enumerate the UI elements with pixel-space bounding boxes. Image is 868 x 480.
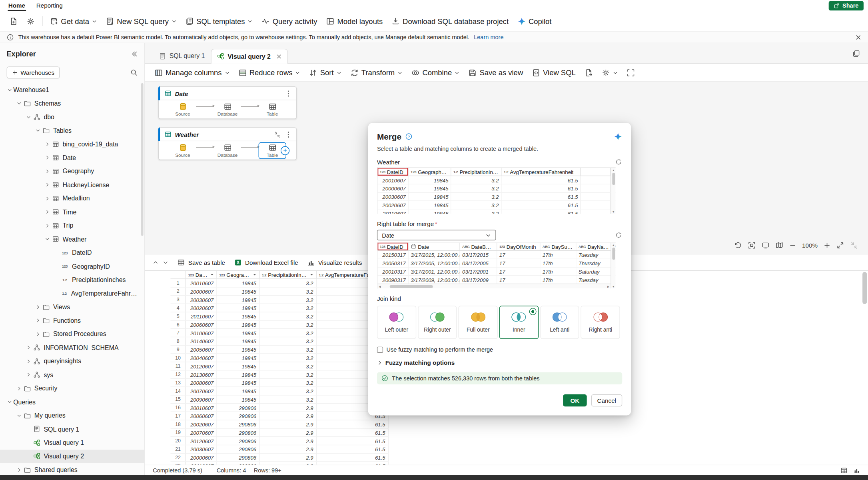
transform-button[interactable]: Transform [346,66,406,80]
help-icon[interactable]: ? [405,133,413,140]
column-header-dateid[interactable]: 123DateID [377,242,409,250]
tree-item-time[interactable]: Time [0,205,144,219]
node-menu-icon[interactable] [285,131,292,138]
column-header-dateid[interactable]: 123DateID [186,271,217,278]
chevron-right-icon[interactable] [43,167,51,175]
chevron-right-icon[interactable] [43,208,51,216]
tree-item-bing-covid-19-data[interactable]: bing_covid-19_data [0,137,144,151]
column-header-dayname[interactable]: ABCDayName [576,242,612,250]
column-header-geographyid[interactable]: 123GeographyID [217,271,260,278]
chevron-right-icon[interactable] [24,371,32,378]
tree-item-geographyid[interactable]: 123GeographyID [0,260,144,273]
join-kind-inner[interactable]: Inner [499,306,539,339]
tree-item-precipitationinches[interactable]: 1.2PrecipitationInches [0,273,144,287]
chevron-right-icon[interactable] [15,384,22,392]
chevron-right-icon[interactable] [43,140,51,148]
query-node-weather[interactable]: Weather Source Database [158,127,297,160]
settings-gear-button[interactable] [23,14,39,28]
chevron-right-icon[interactable] [43,154,51,162]
preview-vscrollbar[interactable]: ▲▼ [611,168,615,214]
tree-item-warehouse1[interactable]: Warehouse1 [0,83,144,97]
copilot-icon[interactable] [614,132,622,141]
fit-screen-icon[interactable] [762,242,769,249]
step-database[interactable]: Database [215,143,240,158]
tree-item-trip[interactable]: Trip [0,219,144,232]
banner-close-icon[interactable] [855,34,861,40]
node-menu-icon[interactable] [285,90,292,97]
close-tab-icon[interactable] [276,54,282,59]
tree-item-sys[interactable]: sys [0,368,144,382]
chevron-right-icon[interactable] [24,344,32,351]
explorer-scrollbar[interactable] [141,83,144,236]
column-menu-icon[interactable] [252,272,257,277]
model-layouts-button[interactable]: Model layouts [322,14,387,28]
tree-item-visual-query-2[interactable]: Visual query 2 [0,450,144,463]
sort-button[interactable]: Sort [305,66,345,80]
save-as-table-button[interactable]: Save as table [177,259,225,266]
zoom-in-icon[interactable] [824,242,830,249]
preview-vscrollbar[interactable]: ▲▼ [611,242,615,288]
fuzzy-options-expander[interactable]: Fuzzy matching options [377,360,622,366]
chart-view-icon[interactable] [853,466,860,474]
column-menu-icon[interactable] [210,272,214,277]
download-sql-database-project-button[interactable]: Download SQL database project [388,14,513,28]
chevron-down-icon[interactable] [15,100,22,107]
tree-item-geography[interactable]: Geography [0,164,144,178]
column-header-dayofmonth[interactable]: 123DayOfMonth [497,242,540,250]
step-source[interactable]: Source [170,102,196,116]
chevron-down-icon[interactable] [6,86,13,94]
column-header-date[interactable]: Date [409,242,460,250]
save-as-view-button[interactable]: Save as view [465,66,527,80]
results-scrollbar[interactable] [862,272,867,462]
cancel-button[interactable]: Cancel [591,394,622,406]
join-kind-full-outer[interactable]: Full outer [459,306,498,339]
preview-hscrollbar[interactable]: ◀▶ [377,284,611,288]
tree-item-information-schema[interactable]: INFORMATION_SCHEMA [0,341,144,354]
ok-button[interactable]: OK [563,394,587,406]
join-kind-left-outer[interactable]: Left outer [377,306,416,339]
step-table[interactable]: Table [259,102,285,116]
minimap-icon[interactable] [776,242,783,249]
chevron-down-icon[interactable] [24,113,32,121]
gear-button[interactable] [598,66,622,80]
chevron-down-icon[interactable] [34,127,41,134]
fuzzy-matching-checkbox[interactable]: Use fuzzy matching to perform the merge [377,346,622,353]
reduce-rows-button[interactable]: Reduce rows [234,66,304,80]
chevron-down-icon[interactable] [15,412,22,419]
share-button[interactable]: Share [828,1,863,10]
tab-sql-query-1[interactable]: SQL query 1 [153,48,211,63]
right-table-select[interactable]: Date [377,230,496,240]
tree-item-views[interactable]: Views [0,300,144,314]
tree-item-medallion[interactable]: Medallion [0,192,144,205]
chevron-right-icon[interactable] [34,330,41,338]
export-button[interactable] [581,66,597,80]
tree-item-queries[interactable]: Queries [0,395,144,409]
collapse-node-icon[interactable] [274,131,281,138]
column-header-precipitationinches[interactable]: 1.2PrecipitationInches [259,271,317,278]
combine-button[interactable]: Combine [407,66,463,80]
nav-tab-reporting[interactable]: Reporting [36,1,63,10]
column-header-precipitationinches[interactable]: 1.2PrecipitationInches [451,168,501,176]
copilot-button[interactable]: Copilot [514,14,556,28]
collapse-diag-icon[interactable] [850,242,858,249]
tree-item-date[interactable]: Date [0,151,144,164]
tab-visual-query-2[interactable]: Visual query 2 [211,49,288,64]
column-header-daysuffix[interactable]: ABCDaySuffix [540,242,576,250]
collapse-results-icon[interactable] [153,260,158,265]
add-warehouses-button[interactable]: Warehouses [7,66,60,78]
tree-item-shared-queries[interactable]: Shared queries [0,463,144,475]
tree-item-avgtemperaturefahrenheit[interactable]: 1.2AvgTemperatureFahrenheit [0,287,144,300]
get-data-button[interactable]: Get data [46,14,101,28]
duplicate-icon[interactable] [852,50,860,58]
visualize-results-button[interactable]: Visualize results [307,259,362,266]
download-excel-button[interactable]: X Download Excel file [234,259,298,266]
checkbox[interactable] [377,346,383,352]
tree-item-stored-procedures[interactable]: Stored Procedures [0,327,144,341]
learn-more-link[interactable]: Learn more [474,34,503,40]
tree-item-schemas[interactable]: Schemas [0,97,144,110]
chevron-right-icon[interactable] [15,466,22,474]
manage-columns-button[interactable]: Manage columns [151,66,233,80]
sql-templates-button[interactable]: SQL templates [182,14,257,28]
chevron-right-icon[interactable] [34,303,41,311]
join-kind-right-anti[interactable]: Right anti [581,306,620,339]
